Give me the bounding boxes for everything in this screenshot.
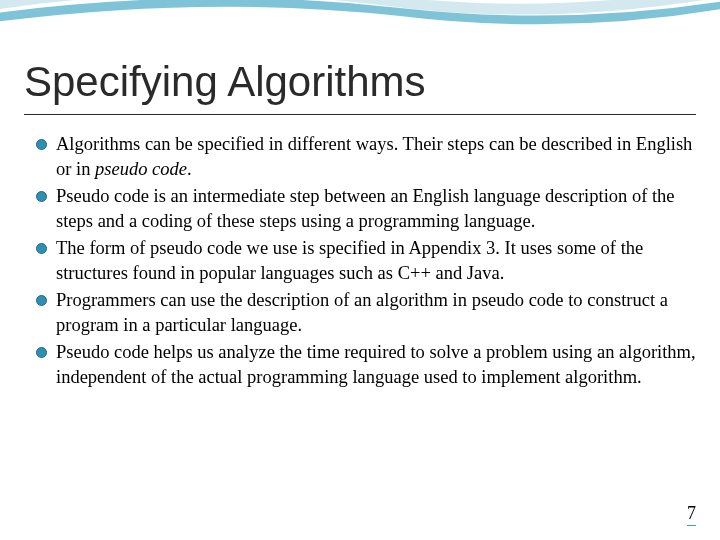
title-underline: [24, 114, 696, 115]
slide-title: Specifying Algorithms: [24, 58, 426, 106]
page-number: 7: [687, 503, 696, 526]
list-item: Programmers can use the description of a…: [30, 288, 698, 338]
bullet-list: Algorithms can be specified in different…: [30, 132, 698, 390]
content-area: Algorithms can be specified in different…: [30, 132, 698, 392]
list-item: Algorithms can be specified in different…: [30, 132, 698, 182]
list-item: The form of pseudo code we use is specif…: [30, 236, 698, 286]
list-item: Pseudo code helps us analyze the time re…: [30, 340, 698, 390]
list-item: Pseudo code is an intermediate step betw…: [30, 184, 698, 234]
